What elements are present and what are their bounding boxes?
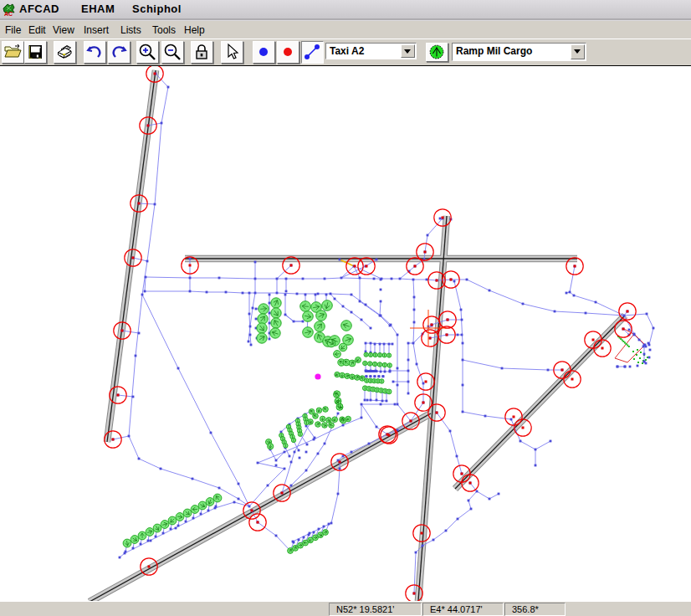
svg-text:AC: AC xyxy=(4,11,13,17)
